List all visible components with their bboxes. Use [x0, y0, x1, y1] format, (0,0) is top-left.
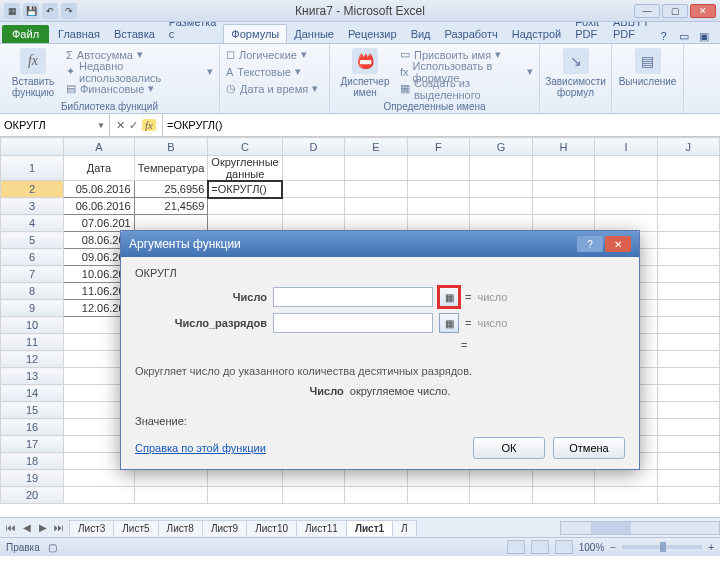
cell[interactable] — [657, 232, 719, 249]
arg1-range-ref-button[interactable]: ▦ — [439, 287, 459, 307]
cell[interactable] — [532, 181, 595, 198]
row-header-8[interactable]: 8 — [1, 283, 64, 300]
cell[interactable] — [407, 487, 469, 504]
cell[interactable] — [345, 181, 407, 198]
cell[interactable] — [595, 487, 657, 504]
close-workbook-icon[interactable]: ✕ — [717, 29, 721, 43]
ribbon-tab-рецензир[interactable]: Рецензир — [341, 25, 404, 43]
insert-function-icon[interactable]: fx — [142, 119, 156, 131]
ribbon-tab-надстрой[interactable]: Надстрой — [505, 25, 568, 43]
cell-A4[interactable]: 07.06.201 — [64, 215, 135, 232]
cell[interactable] — [470, 181, 533, 198]
sheet-tab-Лист3[interactable]: Лист3 — [69, 520, 114, 536]
cell-B3[interactable]: 21,4569 — [134, 198, 208, 215]
tab-nav-next-icon[interactable]: ▶ — [36, 522, 50, 533]
help-icon[interactable]: ? — [657, 29, 671, 43]
row-header-12[interactable]: 12 — [1, 351, 64, 368]
horizontal-scrollbar[interactable] — [560, 521, 720, 535]
cell[interactable] — [657, 283, 719, 300]
cell[interactable] — [345, 198, 407, 215]
zoom-out-icon[interactable]: − — [610, 542, 616, 553]
cell[interactable] — [345, 156, 407, 181]
cell[interactable] — [470, 198, 533, 215]
cell[interactable] — [407, 215, 469, 232]
cell-B19[interactable] — [134, 470, 208, 487]
col-header-F[interactable]: F — [407, 138, 469, 156]
cell[interactable] — [282, 156, 345, 181]
formula-dependencies-button[interactable]: ↘ Зависимости формул — [546, 46, 605, 100]
cell-A20[interactable] — [64, 487, 135, 504]
cell-C19[interactable] — [208, 470, 282, 487]
row-header-11[interactable]: 11 — [1, 334, 64, 351]
cell[interactable] — [657, 181, 719, 198]
col-header-H[interactable]: H — [532, 138, 595, 156]
cell-C4[interactable] — [208, 215, 282, 232]
zoom-in-icon[interactable]: + — [708, 542, 714, 553]
macro-record-icon[interactable]: ▢ — [48, 542, 57, 553]
cell[interactable] — [657, 334, 719, 351]
row-header-4[interactable]: 4 — [1, 215, 64, 232]
dialog-help-link[interactable]: Справка по этой функции — [135, 442, 266, 454]
sheet-tab-Л[interactable]: Л — [392, 520, 417, 536]
formula-input[interactable] — [167, 119, 716, 131]
view-layout-icon[interactable] — [531, 540, 549, 554]
cell[interactable] — [470, 470, 533, 487]
cell[interactable] — [532, 156, 595, 181]
cell[interactable] — [345, 487, 407, 504]
cell[interactable] — [282, 181, 345, 198]
row-header-17[interactable]: 17 — [1, 436, 64, 453]
cancel-edit-icon[interactable]: ✕ — [116, 119, 125, 132]
row-header-18[interactable]: 18 — [1, 453, 64, 470]
text-button[interactable]: A Текстовые ▾ — [226, 63, 323, 80]
cell[interactable] — [532, 470, 595, 487]
sheet-tab-Лист9[interactable]: Лист9 — [202, 520, 247, 536]
sheet-tab-Лист11[interactable]: Лист11 — [296, 520, 347, 536]
cell[interactable] — [657, 402, 719, 419]
cell[interactable] — [407, 181, 469, 198]
row-header-10[interactable]: 10 — [1, 317, 64, 334]
date-button[interactable]: ◷ Дата и время ▾ — [226, 80, 323, 97]
zoom-slider[interactable] — [622, 545, 702, 549]
cell[interactable] — [657, 470, 719, 487]
dialog-close-icon[interactable]: ✕ — [605, 236, 631, 252]
cell-B20[interactable] — [134, 487, 208, 504]
cell[interactable] — [595, 181, 657, 198]
undo-icon[interactable]: ↶ — [42, 3, 58, 19]
cell-C1[interactable]: Округленныеданные — [208, 156, 282, 181]
cell-B4[interactable] — [134, 215, 208, 232]
cell[interactable] — [345, 215, 407, 232]
cell[interactable] — [282, 198, 345, 215]
cell[interactable] — [595, 470, 657, 487]
calculation-button[interactable]: ▤ Вычисление — [618, 46, 677, 89]
cell[interactable] — [657, 385, 719, 402]
col-header-G[interactable]: G — [470, 138, 533, 156]
row-header-2[interactable]: 2 — [1, 181, 64, 198]
row-header-19[interactable]: 19 — [1, 470, 64, 487]
name-box[interactable]: ▼ — [0, 114, 110, 136]
name-box-dropdown-icon[interactable]: ▼ — [97, 121, 105, 130]
row-header-3[interactable]: 3 — [1, 198, 64, 215]
row-header-6[interactable]: 6 — [1, 249, 64, 266]
cell[interactable] — [407, 198, 469, 215]
cell[interactable] — [282, 470, 345, 487]
row-header-20[interactable]: 20 — [1, 487, 64, 504]
col-header-B[interactable]: B — [134, 138, 208, 156]
tab-nav-last-icon[interactable]: ⏭ — [52, 522, 66, 533]
row-header-5[interactable]: 5 — [1, 232, 64, 249]
logical-button[interactable]: ◻ Логические ▾ — [226, 46, 323, 63]
cell[interactable] — [532, 198, 595, 215]
ribbon-tab-вставка[interactable]: Вставка — [107, 25, 162, 43]
view-normal-icon[interactable] — [507, 540, 525, 554]
col-header-D[interactable]: D — [282, 138, 345, 156]
dialog-titlebar[interactable]: Аргументы функции ? ✕ — [121, 231, 639, 257]
cell[interactable] — [657, 368, 719, 385]
zoom-level[interactable]: 100% — [579, 542, 605, 553]
ribbon-tab-разработч[interactable]: Разработч — [438, 25, 505, 43]
minimize-icon[interactable]: — — [634, 4, 660, 18]
minimize-ribbon-icon[interactable]: ▭ — [677, 29, 691, 43]
file-tab[interactable]: Файл — [2, 25, 49, 43]
select-all-corner[interactable] — [1, 138, 64, 156]
create-from-selection-button[interactable]: ▦ Создать из выделенного — [400, 80, 533, 97]
maximize-icon[interactable]: ▢ — [662, 4, 688, 18]
cell-C20[interactable] — [208, 487, 282, 504]
